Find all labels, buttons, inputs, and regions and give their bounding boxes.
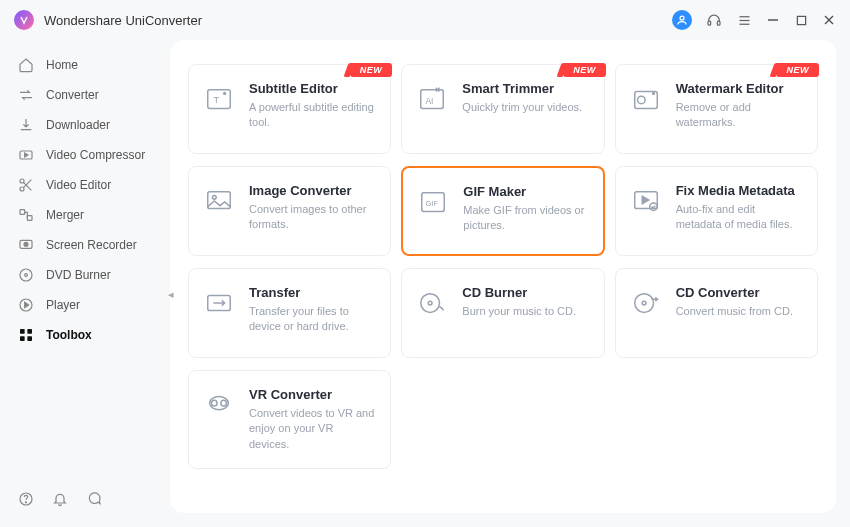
tool-description: Transfer your files to device or hard dr… bbox=[249, 304, 376, 335]
tool-icon bbox=[630, 185, 662, 217]
tool-icon: GIF bbox=[417, 186, 449, 218]
tool-title: Smart Trimmer bbox=[462, 81, 582, 96]
minimize-button[interactable] bbox=[766, 13, 780, 27]
svg-point-32 bbox=[224, 92, 226, 94]
new-badge: NEW bbox=[563, 63, 606, 77]
sidebar-item-recorder[interactable]: Screen Recorder bbox=[0, 230, 170, 260]
feedback-icon[interactable] bbox=[86, 491, 102, 507]
tool-card-subtitle-editor[interactable]: NEWTSubtitle EditorA powerful subtitle e… bbox=[188, 64, 391, 154]
tool-description: Convert videos to VR and enjoy on your V… bbox=[249, 406, 376, 452]
tool-description: A powerful subtitle editing tool. bbox=[249, 100, 376, 131]
svg-point-12 bbox=[20, 179, 24, 183]
download-icon bbox=[18, 117, 34, 133]
svg-rect-27 bbox=[27, 336, 32, 341]
svg-point-29 bbox=[25, 502, 26, 503]
toolbox-icon bbox=[18, 327, 34, 343]
content-area: NEWTSubtitle EditorA powerful subtitle e… bbox=[170, 40, 836, 513]
svg-rect-7 bbox=[797, 16, 805, 24]
tool-title: Fix Media Metadata bbox=[676, 183, 803, 198]
svg-point-21 bbox=[25, 274, 28, 277]
tool-icon bbox=[630, 287, 662, 319]
sidebar-item-home[interactable]: Home bbox=[0, 50, 170, 80]
sidebar-item-compressor[interactable]: Video Compressor bbox=[0, 140, 170, 170]
svg-rect-1 bbox=[708, 21, 711, 25]
svg-rect-17 bbox=[27, 216, 32, 221]
svg-rect-24 bbox=[20, 329, 25, 334]
tool-description: Remove or add watermarks. bbox=[676, 100, 803, 131]
play-icon bbox=[18, 297, 34, 313]
sidebar-item-editor[interactable]: Video Editor bbox=[0, 170, 170, 200]
home-icon bbox=[18, 57, 34, 73]
sidebar-item-converter[interactable]: Converter bbox=[0, 80, 170, 110]
sidebar-item-label: Screen Recorder bbox=[46, 238, 137, 252]
maximize-button[interactable] bbox=[794, 13, 808, 27]
tool-description: Make GIF from videos or pictures. bbox=[463, 203, 588, 234]
tool-card-gif-maker[interactable]: GIFGIF MakerMake GIF from videos or pict… bbox=[401, 166, 604, 256]
sidebar-item-player[interactable]: Player bbox=[0, 290, 170, 320]
svg-point-39 bbox=[652, 92, 654, 94]
svg-point-51 bbox=[642, 301, 646, 305]
sidebar-item-label: Home bbox=[46, 58, 78, 72]
tool-card-cd-burner[interactable]: CD BurnerBurn your music to CD. bbox=[401, 268, 604, 358]
svg-text:T: T bbox=[213, 95, 219, 105]
tool-card-vr-converter[interactable]: VR ConverterConvert videos to VR and enj… bbox=[188, 370, 391, 469]
svg-marker-45 bbox=[642, 196, 649, 204]
headset-icon[interactable] bbox=[706, 12, 722, 28]
tool-card-transfer[interactable]: TransferTransfer your files to device or… bbox=[188, 268, 391, 358]
tool-title: VR Converter bbox=[249, 387, 376, 402]
tool-card-smart-trimmer[interactable]: NEWAISmart TrimmerQuickly trim your vide… bbox=[401, 64, 604, 154]
sidebar-item-dvd[interactable]: DVD Burner bbox=[0, 260, 170, 290]
svg-text:AI: AI bbox=[426, 96, 434, 106]
tool-title: Subtitle Editor bbox=[249, 81, 376, 96]
tool-icon: T bbox=[203, 83, 235, 115]
tool-title: Image Converter bbox=[249, 183, 376, 198]
user-avatar-icon[interactable] bbox=[672, 10, 692, 30]
svg-rect-26 bbox=[20, 336, 25, 341]
svg-point-13 bbox=[20, 187, 24, 191]
tool-icon bbox=[630, 83, 662, 115]
collapse-sidebar-icon[interactable]: ◂ bbox=[164, 285, 178, 303]
tool-card-cd-converter[interactable]: CD ConverterConvert music from CD. bbox=[615, 268, 818, 358]
sidebar-item-label: Downloader bbox=[46, 118, 110, 132]
new-badge: NEW bbox=[350, 63, 393, 77]
tool-card-watermark-editor[interactable]: NEWWatermark EditorRemove or add waterma… bbox=[615, 64, 818, 154]
hamburger-menu-icon[interactable] bbox=[736, 12, 752, 28]
new-badge: NEW bbox=[776, 63, 819, 77]
sidebar-item-label: Toolbox bbox=[46, 328, 92, 342]
svg-point-50 bbox=[634, 294, 653, 313]
help-icon[interactable] bbox=[18, 491, 34, 507]
svg-marker-11 bbox=[25, 153, 28, 157]
svg-point-38 bbox=[637, 96, 645, 104]
svg-rect-40 bbox=[208, 192, 231, 209]
titlebar: Wondershare UniConverter bbox=[0, 0, 850, 40]
sidebar-item-merger[interactable]: Merger bbox=[0, 200, 170, 230]
svg-rect-16 bbox=[20, 210, 25, 215]
sidebar-item-toolbox[interactable]: Toolbox bbox=[0, 320, 170, 350]
sidebar-item-downloader[interactable]: Downloader bbox=[0, 110, 170, 140]
svg-rect-2 bbox=[717, 21, 720, 25]
close-button[interactable] bbox=[822, 13, 836, 27]
sidebar-item-label: Player bbox=[46, 298, 80, 312]
svg-marker-23 bbox=[25, 302, 29, 307]
tool-card-fix-media-metadata[interactable]: Fix Media MetadataAuto-fix and edit meta… bbox=[615, 166, 818, 256]
tool-description: Auto-fix and edit metadata of media file… bbox=[676, 202, 803, 233]
tool-icon bbox=[203, 389, 235, 421]
tool-icon bbox=[416, 287, 448, 319]
tool-card-image-converter[interactable]: Image ConverterConvert images to other f… bbox=[188, 166, 391, 256]
convert-icon bbox=[18, 87, 34, 103]
tool-title: CD Converter bbox=[676, 285, 793, 300]
sidebar-item-label: Merger bbox=[46, 208, 84, 222]
svg-point-19 bbox=[24, 242, 28, 246]
sidebar: Home Converter Downloader Video Compress… bbox=[0, 40, 170, 527]
tool-title: CD Burner bbox=[462, 285, 576, 300]
svg-point-49 bbox=[429, 301, 433, 305]
sidebar-item-label: Video Compressor bbox=[46, 148, 145, 162]
tool-description: Quickly trim your videos. bbox=[462, 100, 582, 115]
app-logo bbox=[14, 10, 34, 30]
svg-text:GIF: GIF bbox=[426, 199, 439, 208]
tool-description: Convert music from CD. bbox=[676, 304, 793, 319]
merge-icon bbox=[18, 207, 34, 223]
svg-point-20 bbox=[20, 269, 32, 281]
bell-icon[interactable] bbox=[52, 491, 68, 507]
svg-rect-25 bbox=[27, 329, 32, 334]
